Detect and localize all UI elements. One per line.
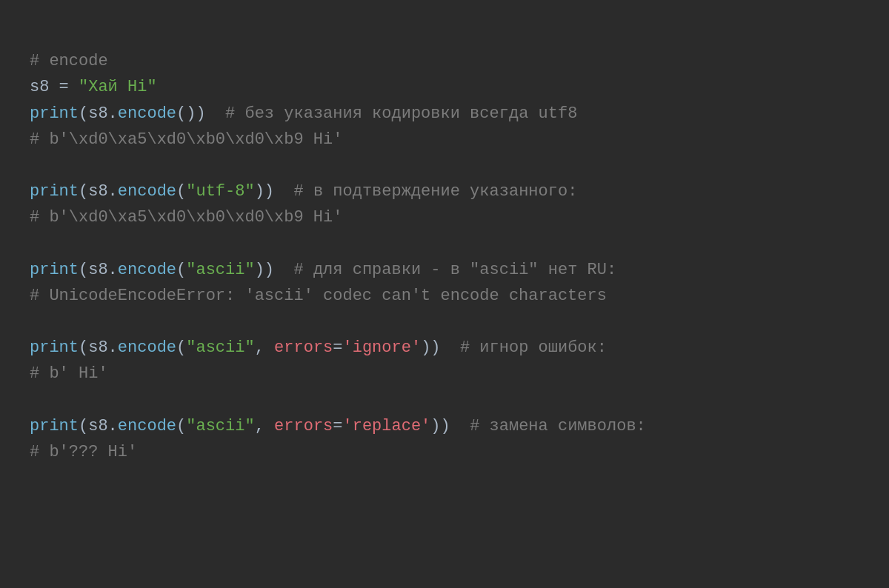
code-token-keyword: print [30, 417, 79, 435]
code-token-comment: # для справки - в "ascii" нет RU: [293, 261, 616, 279]
code-token-default: (s8. [79, 417, 118, 435]
code-line: # b' Hi' [30, 361, 859, 387]
code-token-default: = [333, 338, 342, 357]
code-token-keyword: encode [118, 104, 176, 123]
code-token-keyword: encode [118, 261, 176, 279]
code-token-default: , [255, 338, 274, 357]
code-token-default: ( [176, 338, 186, 357]
code-line: # b'\xd0\xa5\xd0\xb0\xd0\xb9 Hi' [30, 204, 859, 230]
code-token-default: s8 = [30, 78, 79, 96]
code-token-param: errors [274, 338, 333, 357]
code-token-comment: # UnicodeEncodeError: 'ascii' codec can'… [30, 287, 607, 305]
code-token-string-red: 'replace' [343, 417, 431, 435]
code-line: # encode [30, 48, 859, 74]
code-editor: # encodes8 = "Хай Hi"print(s8.encode()) … [30, 22, 859, 465]
code-token-keyword: print [30, 104, 79, 123]
code-line: # b'??? Hi' [30, 439, 859, 465]
code-line [30, 153, 859, 178]
code-token-default: (s8. [79, 104, 118, 123]
code-token-comment: # encode [30, 52, 108, 70]
code-token-string: "ascii" [186, 261, 254, 279]
code-token-default: (s8. [79, 261, 118, 279]
code-token-default: (s8. [79, 338, 118, 357]
code-token-string: "utf-8" [186, 182, 254, 201]
code-line: print(s8.encode("ascii")) # для справки … [30, 257, 859, 283]
code-token-keyword: encode [118, 417, 176, 435]
code-token-default: )) [255, 182, 294, 201]
code-line: # b'\xd0\xa5\xd0\xb0\xd0\xb9 Hi' [30, 127, 859, 153]
code-line: print(s8.encode("ascii", errors='ignore'… [30, 335, 859, 361]
code-token-comment: # b'\xd0\xa5\xd0\xb0\xd0\xb9 Hi' [30, 208, 342, 227]
code-line: print(s8.encode("ascii", errors='replace… [30, 413, 859, 439]
code-token-default: )) [255, 261, 294, 279]
code-token-default: = [333, 417, 342, 435]
code-token-keyword: print [30, 182, 79, 201]
code-token-keyword: print [30, 261, 79, 279]
code-token-default: ()) [176, 104, 225, 123]
code-line: s8 = "Хай Hi" [30, 74, 859, 100]
code-token-default: )) [421, 338, 460, 357]
code-token-comment: # без указания кодировки всегда utf8 [225, 104, 577, 123]
code-line: print(s8.encode("utf-8")) # в подтвержде… [30, 178, 859, 204]
code-token-string: "ascii" [186, 417, 254, 435]
code-token-default: ( [176, 261, 186, 279]
code-token-keyword: encode [118, 182, 176, 201]
code-line [30, 231, 859, 257]
code-token-string: "Хай Hi" [79, 78, 157, 96]
code-token-comment: # b'\xd0\xa5\xd0\xb0\xd0\xb9 Hi' [30, 130, 342, 149]
code-token-comment: # в подтверждение указанного: [293, 182, 577, 201]
code-token-string-red: 'ignore' [343, 338, 422, 357]
code-line [30, 387, 859, 413]
code-line: print(s8.encode()) # без указания кодиро… [30, 101, 859, 127]
code-token-comment: # игнор ошибок: [460, 338, 607, 357]
code-token-keyword: encode [118, 338, 176, 357]
code-token-default: , [255, 417, 274, 435]
code-token-comment: # замена символов: [470, 417, 646, 435]
code-token-default: ( [176, 417, 186, 435]
code-token-comment: # b' Hi' [30, 364, 108, 383]
code-token-param: errors [274, 417, 333, 435]
code-token-default: (s8. [79, 182, 118, 201]
code-token-string: "ascii" [186, 338, 254, 357]
code-token-comment: # b'??? Hi' [30, 443, 137, 461]
code-token-keyword: print [30, 338, 79, 357]
code-line [30, 309, 859, 335]
code-token-default: ( [176, 182, 186, 201]
code-token-default: )) [430, 417, 470, 435]
code-line: # UnicodeEncodeError: 'ascii' codec can'… [30, 283, 859, 309]
